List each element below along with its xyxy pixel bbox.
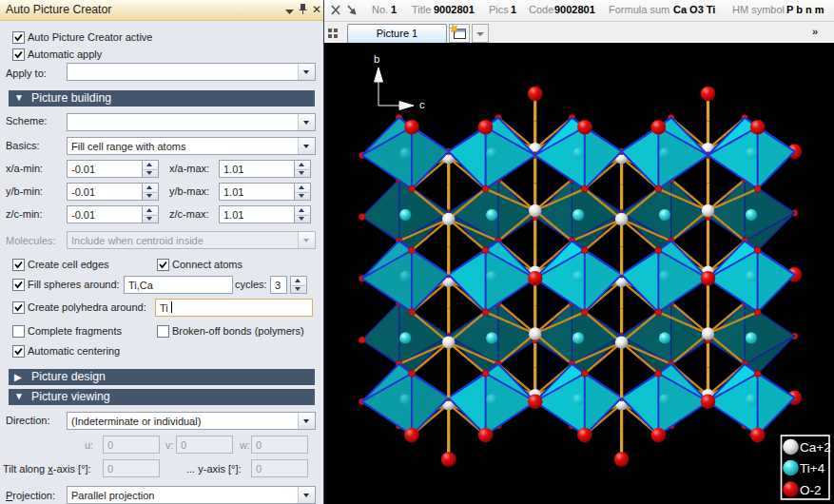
svg-text:c: c bbox=[419, 99, 425, 110]
svg-text:Ti+4: Ti+4 bbox=[800, 461, 825, 475]
svg-text:Ca+2: Ca+2 bbox=[800, 440, 831, 455]
svg-text:O-2: O-2 bbox=[800, 483, 822, 497]
svg-text:b: b bbox=[374, 53, 379, 65]
